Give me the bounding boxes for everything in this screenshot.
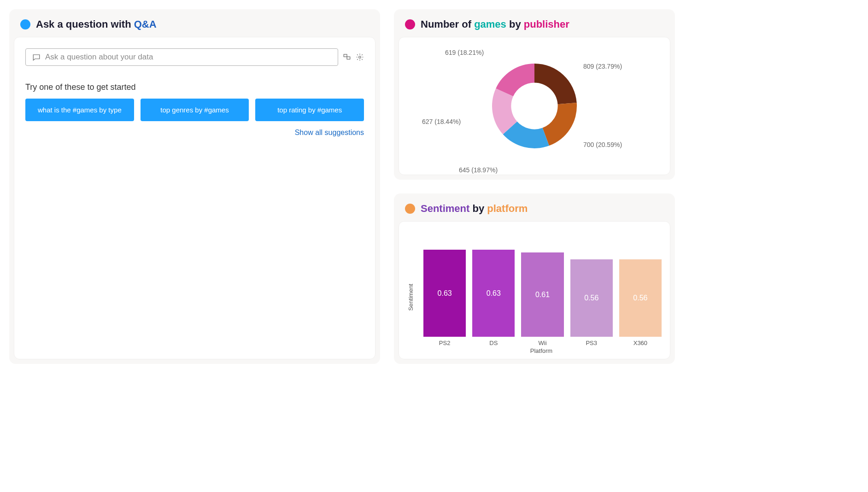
qna-input-wrapper[interactable]	[25, 48, 338, 66]
svg-rect-1	[347, 57, 350, 59]
pink-dot-icon	[405, 19, 415, 29]
bar[interactable]: 0.56	[570, 259, 613, 337]
bar[interactable]: 0.63	[472, 250, 515, 337]
bar-header: Sentiment by platform	[394, 193, 675, 221]
donut-chart	[481, 53, 587, 159]
donut-label: 627 (18.44%)	[422, 118, 461, 125]
bar-title-p2: by	[469, 203, 487, 214]
donut-label: 619 (18.21%)	[445, 49, 484, 56]
qna-body: Try one of these to get started what is …	[14, 37, 375, 359]
y-axis-label: Sentiment	[407, 265, 414, 311]
qna-header: Ask a question with Q&A	[9, 9, 380, 37]
bar-plot: Sentiment 0.63PS20.63DS0.61Wii0.56PS30.5…	[407, 230, 662, 346]
bar-category-label: PS3	[586, 340, 597, 346]
donut-title-p1: Number of	[421, 18, 474, 30]
donut-header: Number of games by publisher	[394, 9, 675, 37]
bar-title: Sentiment by platform	[421, 203, 528, 215]
pill-row: what is the #games by type top genres by…	[25, 99, 364, 121]
bar-column: 0.63DS	[472, 250, 515, 346]
bar-category-label: PS2	[439, 340, 451, 346]
qna-title-p2: with	[108, 18, 134, 30]
qna-input[interactable]	[45, 53, 331, 62]
bar[interactable]: 0.63	[423, 250, 466, 337]
bar[interactable]: 0.61	[521, 252, 563, 337]
donut-body: 809 (23.79%)700 (20.59%)645 (18.97%)627 …	[399, 37, 670, 175]
blue-dot-icon	[20, 19, 30, 29]
bar[interactable]: 0.56	[619, 259, 662, 337]
bar-card: Sentiment by platform Sentiment 0.63PS20…	[394, 193, 675, 364]
orange-dot-icon	[405, 204, 415, 214]
chat-icon	[32, 53, 41, 61]
bars-container: 0.63PS20.63DS0.61Wii0.56PS30.56X360	[414, 230, 662, 346]
bar-column: 0.56X360	[619, 259, 662, 346]
layout-icon[interactable]	[343, 53, 351, 61]
qna-input-row	[25, 48, 364, 66]
donut-label: 700 (20.59%)	[583, 141, 622, 148]
show-all-link[interactable]: Show all suggestions	[295, 129, 364, 136]
donut-slice[interactable]	[542, 103, 577, 146]
x-axis-label: Platform	[407, 347, 662, 354]
bar-category-label: X360	[633, 340, 647, 346]
qna-card: Ask a question with Q&A Try one of these…	[9, 9, 380, 364]
donut-title-p4: publisher	[524, 18, 569, 30]
suggestion-pill-1[interactable]: what is the #games by type	[25, 99, 134, 121]
suggestion-pill-2[interactable]: top genres by #games	[141, 99, 249, 121]
suggestion-pill-3[interactable]: top rating by #games	[255, 99, 364, 121]
donut-title-p3: by	[506, 18, 524, 30]
show-all-row: Show all suggestions	[25, 129, 364, 137]
bar-title-p1: Sentiment	[421, 203, 469, 214]
try-label: Try one of these to get started	[25, 82, 364, 92]
donut-label: 645 (18.97%)	[459, 166, 498, 174]
bar-column: 0.63PS2	[423, 250, 466, 346]
bar-column: 0.56PS3	[570, 259, 613, 346]
svg-rect-0	[344, 54, 347, 57]
qna-title: Ask a question with Q&A	[36, 18, 157, 30]
bar-body: Sentiment 0.63PS20.63DS0.61Wii0.56PS30.5…	[399, 221, 670, 359]
donut-slice[interactable]	[534, 64, 577, 104]
donut-card: Number of games by publisher 809 (23.79%…	[394, 9, 675, 180]
gear-icon[interactable]	[356, 53, 364, 61]
bar-category-label: DS	[489, 340, 498, 346]
bar-title-p3: platform	[487, 203, 528, 214]
qna-secondary-icons	[343, 53, 364, 61]
donut-title: Number of games by publisher	[421, 18, 569, 30]
donut-label: 809 (23.79%)	[583, 63, 622, 70]
qna-title-p1: Ask a question	[36, 18, 108, 30]
svg-point-2	[359, 56, 361, 59]
bar-column: 0.61Wii	[521, 252, 563, 346]
bar-category-label: Wii	[538, 340, 546, 346]
donut-title-p2: games	[474, 18, 506, 30]
qna-title-p3: Q&A	[134, 18, 157, 30]
